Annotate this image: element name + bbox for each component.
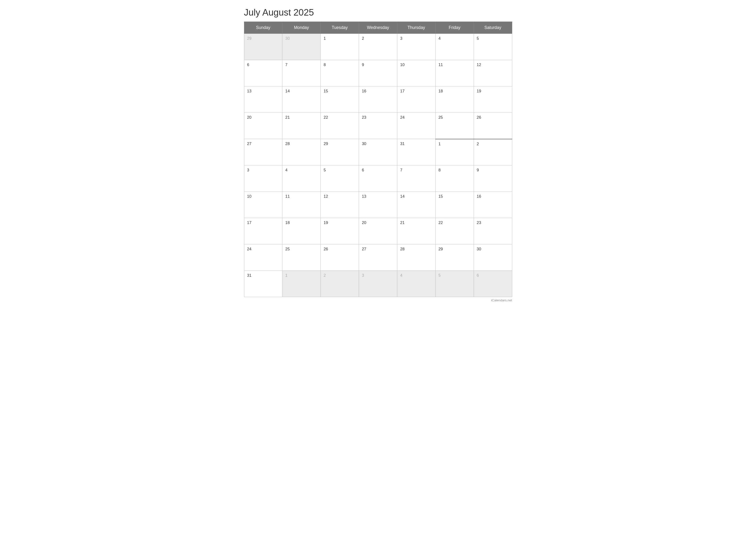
calendar-day[interactable]: 6 [359, 165, 397, 192]
week-row: 13141516171819 [244, 87, 512, 113]
calendar-day[interactable]: 21 [397, 218, 435, 244]
calendar-day[interactable]: 7 [397, 165, 435, 192]
calendar-day[interactable]: 29 [244, 34, 282, 60]
calendar-day[interactable]: 2 [321, 271, 359, 297]
calendar-day[interactable]: 23 [474, 218, 512, 244]
calendar-day[interactable]: 21 [282, 113, 321, 139]
week-row: 17181920212223 [244, 218, 512, 244]
calendar-day[interactable]: 29 [321, 139, 359, 165]
calendar-day[interactable]: 30 [359, 139, 397, 165]
calendar-day[interactable]: 6 [474, 271, 512, 297]
week-row: 272829303112 [244, 139, 512, 165]
calendar-day[interactable]: 23 [359, 113, 397, 139]
calendar-day[interactable]: 13 [244, 87, 282, 113]
calendar-day[interactable]: 17 [244, 218, 282, 244]
calendar-day[interactable]: 8 [435, 165, 474, 192]
header-sunday: Sunday [244, 22, 282, 34]
calendar-day[interactable]: 6 [244, 60, 282, 87]
calendar-day[interactable]: 20 [359, 218, 397, 244]
calendar-day[interactable]: 20 [244, 113, 282, 139]
calendar-day[interactable]: 2 [474, 139, 512, 165]
header-friday: Friday [435, 22, 474, 34]
calendar-day[interactable]: 4 [397, 271, 435, 297]
calendar-day[interactable]: 1 [435, 139, 474, 165]
calendar-day[interactable]: 26 [321, 244, 359, 271]
calendar-day[interactable]: 10 [244, 192, 282, 218]
calendar-day[interactable]: 13 [359, 192, 397, 218]
footer-credit: iCalendars.net [244, 298, 512, 302]
week-row: 3456789 [244, 165, 512, 192]
calendar-day[interactable]: 29 [435, 244, 474, 271]
calendar-day[interactable]: 15 [321, 87, 359, 113]
calendar-day[interactable]: 27 [359, 244, 397, 271]
calendar-day[interactable]: 12 [321, 192, 359, 218]
week-row: 24252627282930 [244, 244, 512, 271]
calendar-day[interactable]: 25 [282, 244, 321, 271]
calendar-day[interactable]: 28 [282, 139, 321, 165]
calendar-day[interactable]: 16 [359, 87, 397, 113]
calendar-day[interactable]: 3 [359, 271, 397, 297]
calendar-day[interactable]: 28 [397, 244, 435, 271]
calendar-day[interactable]: 15 [435, 192, 474, 218]
calendar-day[interactable]: 8 [321, 60, 359, 87]
calendar-day[interactable]: 31 [244, 271, 282, 297]
calendar-day[interactable]: 19 [474, 87, 512, 113]
week-row: 31123456 [244, 271, 512, 297]
calendar-day[interactable]: 27 [244, 139, 282, 165]
calendar-day[interactable]: 12 [474, 60, 512, 87]
calendar-day[interactable]: 17 [397, 87, 435, 113]
calendar-day[interactable]: 4 [282, 165, 321, 192]
calendar-day[interactable]: 1 [321, 34, 359, 60]
header-saturday: Saturday [474, 22, 512, 34]
calendar-day[interactable]: 11 [282, 192, 321, 218]
week-row: 6789101112 [244, 60, 512, 87]
calendar-day[interactable]: 30 [474, 244, 512, 271]
calendar-day[interactable]: 3 [244, 165, 282, 192]
calendar-day[interactable]: 18 [282, 218, 321, 244]
calendar-day[interactable]: 14 [397, 192, 435, 218]
calendar-day[interactable]: 22 [321, 113, 359, 139]
calendar-day[interactable]: 25 [435, 113, 474, 139]
header-monday: Monday [282, 22, 321, 34]
week-row: 20212223242526 [244, 113, 512, 139]
week-row: 293012345 [244, 34, 512, 60]
header-row: SundayMondayTuesdayWednesdayThursdayFrid… [244, 22, 512, 34]
calendar-day[interactable]: 16 [474, 192, 512, 218]
calendar-day[interactable]: 26 [474, 113, 512, 139]
week-row: 10111213141516 [244, 192, 512, 218]
calendar-day[interactable]: 14 [282, 87, 321, 113]
calendar-day[interactable]: 1 [282, 271, 321, 297]
calendar-day[interactable]: 4 [435, 34, 474, 60]
calendar-table: SundayMondayTuesdayWednesdayThursdayFrid… [244, 21, 512, 297]
calendar-day[interactable]: 18 [435, 87, 474, 113]
calendar-day[interactable]: 5 [474, 34, 512, 60]
calendar-day[interactable]: 2 [359, 34, 397, 60]
calendar-day[interactable]: 24 [244, 244, 282, 271]
calendar-day[interactable]: 9 [474, 165, 512, 192]
calendar-day[interactable]: 31 [397, 139, 435, 165]
calendar-day[interactable]: 30 [282, 34, 321, 60]
calendar-day[interactable]: 10 [397, 60, 435, 87]
calendar-title: July August 2025 [244, 7, 512, 18]
header-wednesday: Wednesday [359, 22, 397, 34]
calendar-day[interactable]: 22 [435, 218, 474, 244]
calendar-day[interactable]: 19 [321, 218, 359, 244]
calendar-day[interactable]: 24 [397, 113, 435, 139]
calendar-day[interactable]: 3 [397, 34, 435, 60]
header-tuesday: Tuesday [321, 22, 359, 34]
calendar-day[interactable]: 9 [359, 60, 397, 87]
calendar-day[interactable]: 5 [435, 271, 474, 297]
calendar-day[interactable]: 7 [282, 60, 321, 87]
header-thursday: Thursday [397, 22, 435, 34]
calendar-day[interactable]: 11 [435, 60, 474, 87]
calendar-day[interactable]: 5 [321, 165, 359, 192]
